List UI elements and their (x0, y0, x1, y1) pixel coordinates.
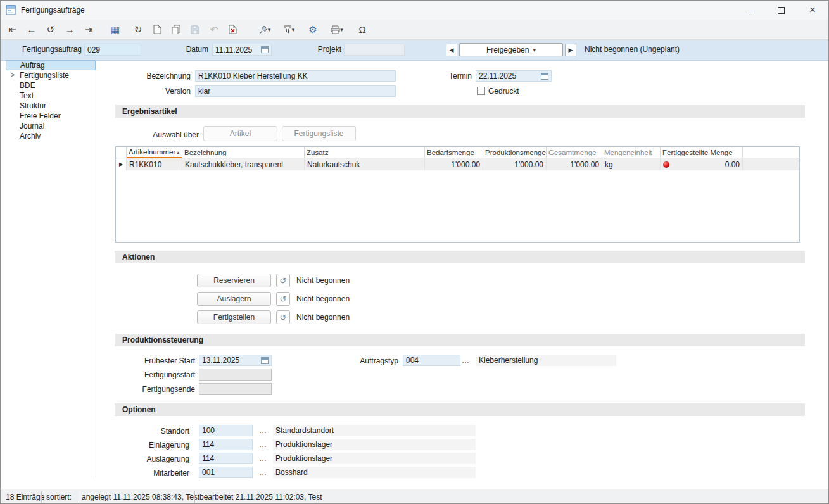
state-previous-button[interactable]: ◀ (446, 44, 457, 56)
artikel-button[interactable]: Artikel (203, 126, 277, 141)
new-document-button[interactable] (148, 22, 166, 38)
calendar-icon[interactable] (261, 46, 269, 53)
sidebar-item-auftrag[interactable]: Auftrag (6, 60, 96, 70)
gedruckt-label: Gedruckt (488, 86, 519, 97)
version-field[interactable]: klar (195, 85, 396, 97)
state-dropdown[interactable]: Freigegeben ▾ (459, 43, 563, 56)
fertigungsstart-label: Fertigungsstart (115, 370, 195, 381)
fertigstellen-status-text: Nicht begonnen (296, 312, 350, 323)
order-number-field[interactable]: 029 (84, 44, 141, 56)
bezeichnung-field[interactable]: R1KK010 Kleber Herstellung KK (195, 70, 396, 82)
sidebar-item-bde[interactable]: BDE (6, 80, 96, 91)
mitarbeiter-lookup-button[interactable]: … (259, 467, 267, 477)
history-button[interactable]: ↺ (42, 22, 60, 38)
state-next-button[interactable]: ▶ (565, 44, 576, 56)
column-header-zusatz[interactable]: Zusatz (305, 147, 425, 158)
state-dropdown-caret: ▾ (533, 47, 536, 53)
sidebar-item-archiv[interactable]: Archiv (6, 131, 96, 141)
close-button[interactable]: × (797, 1, 828, 20)
column-header-produktionsmenge[interactable]: Produktionsmenge (483, 147, 547, 158)
list-view-button[interactable]: ▦ (106, 22, 124, 38)
maximize-button[interactable] (765, 1, 797, 20)
app-icon (6, 5, 16, 15)
sidebar-item-label: Struktur (20, 101, 46, 110)
row-marker-cell: ▶ (116, 158, 127, 170)
auslagern-reset-button[interactable]: ↺ (276, 292, 290, 306)
save-button[interactable] (186, 22, 204, 38)
section-produktionssteuerung: Produktionssteuerung (115, 334, 805, 346)
settings-button[interactable]: ⚙ (304, 22, 322, 38)
section-optionen: Optionen (115, 403, 805, 416)
omega-button[interactable]: Ω (353, 22, 371, 38)
sidebar-item-freie-felder[interactable]: Freie Felder (6, 111, 96, 121)
cell-artikelnummer: R1KK010 (127, 158, 182, 170)
record-header: Fertigungsauftrag 029 Datum 11.11.2025 P… (1, 40, 828, 61)
next-record-button[interactable]: → (61, 22, 79, 38)
einlagerung-code-field[interactable]: 114 (199, 439, 253, 450)
fertigstellen-button[interactable]: Fertigstellen (197, 310, 271, 324)
state-next-icon: ▶ (569, 47, 573, 53)
first-record-icon: ⇤ (9, 24, 17, 35)
date-field[interactable]: 11.11.2025 (212, 44, 272, 56)
einlagerung-lookup-button[interactable]: … (259, 439, 267, 450)
refresh-button[interactable]: ↻ (129, 22, 147, 38)
column-header-fertiggestellte-menge[interactable]: Fertiggestellte Menge (661, 147, 743, 158)
grid-icon: ▦ (111, 24, 120, 35)
omega-icon: Ω (358, 24, 365, 35)
expand-chevron-icon[interactable]: > (11, 70, 15, 80)
auslagerung-text-field: Produktionslager (273, 453, 476, 464)
undo-small-icon: ↺ (280, 313, 287, 322)
termin-field[interactable]: 22.11.2025 (476, 70, 552, 82)
pin-icon (259, 25, 268, 34)
arrow-left-icon: ← (27, 24, 37, 35)
reservieren-reset-button[interactable]: ↺ (276, 274, 290, 287)
fertigungsende-field (199, 383, 272, 395)
undo-button[interactable]: ↶ (205, 22, 223, 38)
reservieren-status-text: Nicht begonnen (296, 275, 350, 286)
calendar-icon[interactable] (541, 73, 548, 80)
copy-icon (172, 25, 181, 34)
sidebar-item-label: Auftrag (20, 61, 45, 70)
sidebar-item-text[interactable]: Text (6, 91, 96, 101)
version-label: Version (115, 86, 191, 97)
column-header-bedarfsmenge[interactable]: Bedarfsmenge (425, 147, 483, 158)
standort-code-field[interactable]: 100 (199, 425, 253, 436)
pin-button[interactable]: ▾ (256, 22, 274, 38)
copy-document-button[interactable] (167, 22, 185, 38)
auslagerung-code-field[interactable]: 114 (199, 453, 253, 464)
fertigstellen-reset-button[interactable]: ↺ (276, 310, 290, 324)
order-number-label: Fertigungsauftrag (13, 44, 82, 55)
auslagern-button[interactable]: Auslagern (197, 292, 271, 306)
sidebar-item-journal[interactable]: Journal (6, 121, 96, 131)
auftragstyp-lookup-button[interactable]: … (462, 355, 470, 365)
toolbar: ⇤ ← ↺ → ⇥ ▦ ↻ ↶ ▾ ▾ ⚙ ▾ Ω (1, 20, 828, 40)
previous-record-button[interactable]: ← (23, 22, 41, 38)
last-record-button[interactable]: ⇥ (80, 22, 98, 38)
print-button[interactable]: ▾ (328, 22, 346, 38)
delete-document-button[interactable] (224, 22, 242, 38)
order-number-value: 029 (87, 46, 100, 54)
filter-button[interactable]: ▾ (280, 22, 298, 38)
project-field[interactable] (344, 44, 405, 56)
cell-zusatz: Naturkautschuk (305, 158, 425, 170)
column-header-artikelnummer[interactable]: Artikelnummer▴ (127, 147, 182, 158)
auftragstyp-code-field[interactable]: 004 (403, 355, 460, 366)
column-header-bezeichnung[interactable]: Bezeichnung (182, 147, 305, 158)
fertigungsliste-button-label: Fertigungsliste (294, 129, 343, 138)
column-header-gesamtmenge[interactable]: Gesamtmenge (547, 147, 602, 158)
first-record-button[interactable]: ⇤ (4, 22, 22, 38)
calendar-icon[interactable] (261, 357, 269, 364)
termin-value: 22.11.2025 (479, 72, 516, 80)
column-header-mengeneinheit[interactable]: Mengeneinheit (602, 147, 661, 158)
gedruckt-checkbox[interactable] (477, 87, 485, 95)
auslagerung-lookup-button[interactable]: … (259, 453, 267, 463)
minimize-button[interactable]: – (733, 1, 765, 20)
sidebar-item-struktur[interactable]: Struktur (6, 101, 96, 111)
standort-lookup-button[interactable]: … (259, 425, 267, 436)
table-row[interactable]: ▶ R1KK010 Kautschukkleber, transparent N… (116, 158, 799, 170)
reservieren-button[interactable]: Reservieren (197, 274, 271, 287)
fertigungsliste-button[interactable]: Fertigungsliste (282, 126, 356, 141)
fruehester-start-field[interactable]: 13.11.2025 (199, 355, 272, 366)
mitarbeiter-code-field[interactable]: 001 (199, 467, 253, 478)
sidebar-item-fertigungsliste[interactable]: >Fertigungsliste (6, 70, 96, 80)
